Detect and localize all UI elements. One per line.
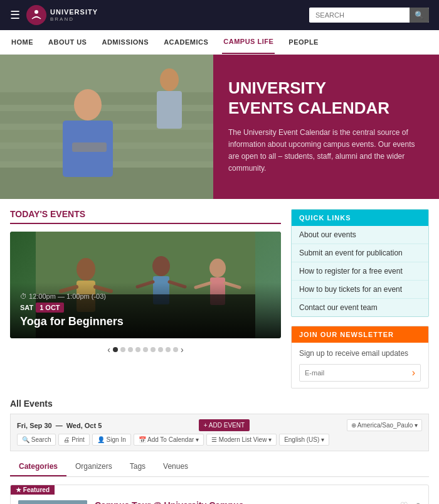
- quick-link-5[interactable]: Contact our event team: [292, 299, 428, 316]
- carousel-dot-9[interactable]: [173, 347, 178, 352]
- svg-point-7: [74, 89, 102, 121]
- hamburger-icon[interactable]: ☰: [10, 8, 20, 22]
- quick-link-3[interactable]: How to register for a free event: [292, 262, 428, 281]
- nav-campus-life[interactable]: CAMPUS LIFE: [222, 30, 275, 54]
- all-events-title: All Events: [10, 399, 429, 409]
- carousel-dot-6[interactable]: [151, 347, 156, 352]
- tab-categories[interactable]: Categories: [10, 458, 66, 476]
- logo-subtitle: BRAND: [50, 16, 98, 22]
- list-view-btn[interactable]: ☰ Modern List View ▾: [206, 434, 277, 446]
- share-button[interactable]: ↗: [413, 500, 421, 504]
- date-separator: —: [56, 422, 63, 429]
- tab-tags[interactable]: Tags: [121, 458, 154, 476]
- date-to[interactable]: Wed, Oct 5: [66, 422, 102, 429]
- hero-description: The University Event Calendar is the cen…: [228, 127, 424, 175]
- main-navigation: HOME ABOUT US ADMISSIONS ACADEMICS CAMPU…: [0, 30, 439, 55]
- svg-rect-26: [18, 500, 87, 504]
- event-list-item: ★ Featured: [10, 485, 429, 504]
- svg-rect-11: [157, 91, 182, 129]
- featured-badge: ★ Featured: [11, 485, 55, 495]
- newsletter-body: Sign up to receive email updates ›: [292, 343, 428, 388]
- signin-filter-btn[interactable]: 👤 Sign In: [92, 434, 131, 446]
- search-bar: 🔍: [309, 8, 429, 23]
- search-filter-btn[interactable]: 🔍 Search: [17, 434, 56, 446]
- svg-point-21: [209, 259, 226, 277]
- hero-content: UNIVERSITYEVENTS CALENDAR The University…: [213, 55, 439, 199]
- carousel-dot-8[interactable]: [166, 347, 171, 352]
- nav-left: ☰ UNIVERSITY BRAND: [10, 5, 98, 25]
- logo-area: UNIVERSITY BRAND: [26, 5, 98, 25]
- filter-bar: Fri, Sep 30 — Wed, Oct 5 + ADD EVENT ⊕ A…: [10, 414, 429, 451]
- logo-name: UNIVERSITY: [50, 8, 98, 16]
- event-list-info: Campus Tour @ University Campus ♡ ↗ 📅 SE…: [95, 500, 421, 504]
- nav-people[interactable]: PEOPLE: [287, 31, 320, 53]
- event-date: 1 OCT: [36, 303, 63, 313]
- carousel-dot-1[interactable]: [113, 347, 118, 352]
- tab-organizers[interactable]: Organizers: [66, 458, 121, 476]
- carousel-prev[interactable]: ‹: [107, 345, 110, 355]
- tab-venues[interactable]: Venues: [154, 458, 197, 476]
- quick-link-2[interactable]: Submit an event for publication: [292, 244, 428, 262]
- all-events-section: All Events Fri, Sep 30 — Wed, Oct 5 + AD…: [0, 399, 439, 504]
- hero-image: [0, 55, 213, 199]
- nav-academics[interactable]: ACADEMICS: [162, 31, 209, 53]
- event-list-title[interactable]: Campus Tour @ University Campus: [95, 500, 243, 504]
- svg-point-13: [77, 258, 95, 281]
- print-filter-btn[interactable]: 🖨 Print: [58, 434, 89, 446]
- svg-rect-9: [72, 142, 107, 152]
- newsletter-header: JOIN OUR NEWSLETTER: [292, 326, 428, 343]
- hero-section: UNIVERSITYEVENTS CALENDAR The University…: [0, 55, 439, 199]
- add-to-calendar-btn[interactable]: 📅 Add To Calendar ▾: [134, 434, 204, 446]
- newsletter-email-input[interactable]: [300, 365, 407, 380]
- carousel-dot-3[interactable]: [128, 347, 133, 352]
- event-list-content: Campus Tour @ University Campus ♡ ↗ 📅 SE…: [11, 485, 428, 504]
- event-time: ⏱ 12:00pm — 1:00pm (-03): [20, 292, 271, 300]
- event-overlay: ⏱ 12:00pm — 1:00pm (-03) SAT 1 OCT Yoga …: [10, 282, 281, 338]
- carousel-dot-4[interactable]: [135, 347, 140, 352]
- right-column: QUICK LINKS About our events Submit an e…: [291, 209, 429, 389]
- timezone-filter[interactable]: ⊕ America/Sao_Paulo ▾: [347, 419, 422, 431]
- favorite-button[interactable]: ♡: [400, 500, 408, 504]
- nav-home[interactable]: HOME: [10, 31, 34, 53]
- event-actions: ♡ ↗: [400, 500, 421, 504]
- search-input[interactable]: [309, 8, 410, 22]
- event-day: SAT: [20, 304, 33, 311]
- todays-events-title: TODAY'S EVENTS: [10, 209, 281, 224]
- date-from[interactable]: Fri, Sep 30: [17, 422, 52, 429]
- svg-point-10: [160, 68, 179, 91]
- search-button[interactable]: 🔍: [410, 8, 429, 23]
- add-event-button[interactable]: + ADD EVENT: [199, 419, 250, 431]
- quick-link-4[interactable]: How to buy tickets for an event: [292, 281, 428, 299]
- newsletter-input-row: ›: [299, 364, 421, 382]
- svg-point-0: [34, 10, 38, 14]
- carousel-dot-2[interactable]: [120, 347, 125, 352]
- carousel-dots: ‹ ›: [10, 345, 281, 355]
- language-btn[interactable]: English (US) ▾: [279, 434, 329, 446]
- event-tabs: Categories Organizers Tags Venues: [10, 458, 429, 477]
- quick-links-header: QUICK LINKS: [292, 210, 428, 226]
- logo-text-area: UNIVERSITY BRAND: [50, 8, 98, 22]
- left-column: TODAY'S EVENTS: [10, 209, 281, 389]
- nav-about[interactable]: ABOUT US: [47, 31, 88, 53]
- hero-title: UNIVERSITYEVENTS CALENDAR: [228, 78, 424, 117]
- quick-link-1[interactable]: About our events: [292, 226, 428, 244]
- event-date-badge: SAT 1 OCT: [20, 303, 64, 313]
- logo-icon: [26, 5, 46, 25]
- carousel-dot-7[interactable]: [158, 347, 163, 352]
- content-area: TODAY'S EVENTS: [0, 199, 439, 399]
- filter-right: 🔍 Search 🖨 Print 👤 Sign In 📅 Add To Cale…: [17, 434, 329, 446]
- quick-links-box: QUICK LINKS About our events Submit an e…: [291, 209, 429, 317]
- newsletter-box: JOIN OUR NEWSLETTER Sign up to receive e…: [291, 326, 429, 389]
- event-card-title: Yoga for Beginners: [20, 315, 271, 328]
- carousel-dot-5[interactable]: [143, 347, 148, 352]
- filter-dates: Fri, Sep 30 — Wed, Oct 5: [17, 422, 102, 429]
- carousel-next[interactable]: ›: [181, 345, 184, 355]
- newsletter-text: Sign up to receive email updates: [299, 349, 421, 358]
- svg-point-17: [152, 256, 170, 276]
- top-navigation: ☰ UNIVERSITY BRAND 🔍: [0, 0, 439, 30]
- nav-admissions[interactable]: ADMISSIONS: [100, 31, 150, 53]
- featured-event-card: ⏱ 12:00pm — 1:00pm (-03) SAT 1 OCT Yoga …: [10, 232, 281, 338]
- newsletter-submit-button[interactable]: ›: [407, 365, 420, 381]
- event-thumbnail: [18, 500, 87, 504]
